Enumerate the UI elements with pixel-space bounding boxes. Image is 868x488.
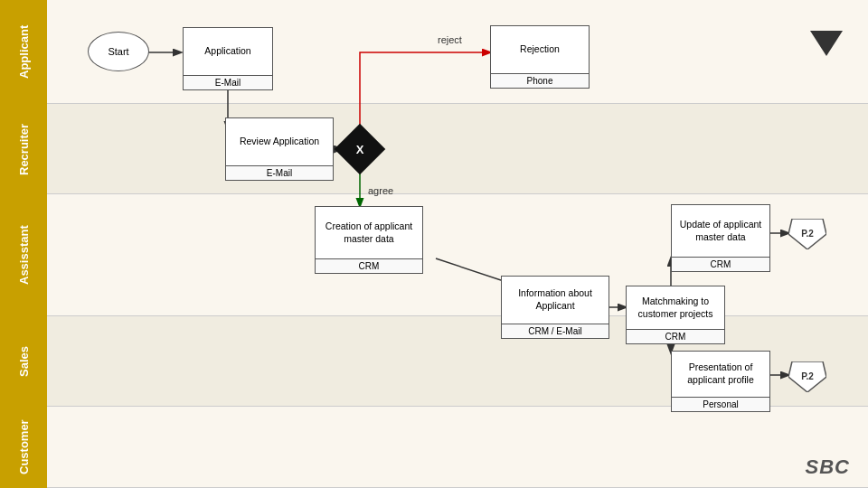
matchmaking-box: Matchmaking to customer projects CRM xyxy=(626,286,725,344)
lane-label-customer: Customer xyxy=(0,407,47,488)
rejection-top: Rejection xyxy=(491,26,589,73)
lane-labels: Applicant Recruiter Assisstant Sales Cus… xyxy=(0,0,47,488)
application-box: Application E-Mail xyxy=(183,27,273,90)
end-triangle xyxy=(810,31,843,56)
update-box: Update of applicant master data CRM xyxy=(671,204,770,272)
rejection-bottom: Phone xyxy=(491,73,589,88)
lane-label-recruiter: Recruiter xyxy=(0,104,47,194)
start-node: Start xyxy=(88,32,149,71)
lane-label-applicant: Applicant xyxy=(0,0,47,104)
application-top: Application xyxy=(184,28,272,75)
information-top: Information about Applicant xyxy=(502,277,609,324)
matchmaking-top: Matchmaking to customer projects xyxy=(627,286,724,329)
review-top: Review Application xyxy=(226,118,333,165)
application-bottom: E-Mail xyxy=(184,75,272,89)
rejection-box: Rejection Phone xyxy=(490,25,590,89)
lane-row-applicant xyxy=(47,0,868,104)
p2-customer-shape: P.2 xyxy=(788,361,826,392)
start-label: Start xyxy=(108,46,128,57)
lanes-content: reject agree Start Application E-Mail Re… xyxy=(47,0,868,488)
p2-assistant-label: P.2 xyxy=(801,229,814,239)
creation-bottom: CRM xyxy=(316,258,422,273)
update-top: Update of applicant master data xyxy=(672,205,769,257)
information-box: Information about Applicant CRM / E-Mail xyxy=(501,276,609,339)
lane-row-recruiter xyxy=(47,104,868,194)
creation-top: Creation of applicant master data xyxy=(316,207,422,258)
review-bottom: E-Mail xyxy=(226,165,333,180)
information-bottom: CRM / E-Mail xyxy=(502,324,609,338)
matchmaking-bottom: CRM xyxy=(627,329,724,343)
diagram-container: Applicant Recruiter Assisstant Sales Cus… xyxy=(0,0,868,488)
gateway-label: X xyxy=(356,143,364,156)
presentation-bottom: Personal xyxy=(672,397,769,411)
update-bottom: CRM xyxy=(672,257,769,271)
presentation-top: Presentation of applicant profile xyxy=(672,352,769,397)
p2-assistant-shape: P.2 xyxy=(788,219,826,249)
presentation-box: Presentation of applicant profile Person… xyxy=(671,351,770,412)
lane-row-customer xyxy=(47,407,868,488)
creation-box: Creation of applicant master data CRM xyxy=(315,206,423,274)
review-box: Review Application E-Mail xyxy=(225,117,334,181)
p2-customer-label: P.2 xyxy=(801,371,814,381)
lane-label-sales: Sales xyxy=(0,316,47,407)
lane-label-assistant: Assisstant xyxy=(0,194,47,316)
sbc-logo: SBC xyxy=(806,455,850,479)
gateway-container: X xyxy=(342,131,378,167)
